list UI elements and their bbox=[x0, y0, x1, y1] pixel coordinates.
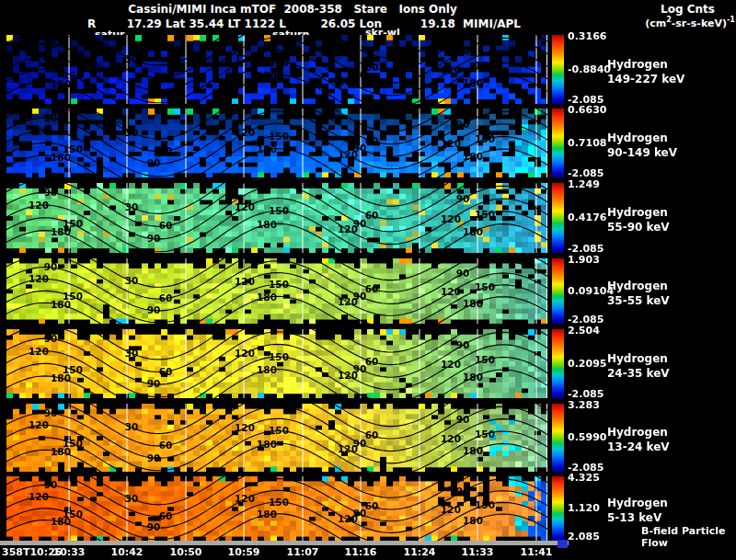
energy-range-label: 35-55 keV bbox=[607, 293, 670, 308]
contour-label: 120 bbox=[235, 127, 255, 138]
species-label: Hydrogen bbox=[607, 279, 670, 293]
contour-overlay-7: 3060609090909012012012012015015015018018… bbox=[6, 476, 547, 541]
contour-label: 30 bbox=[125, 53, 139, 64]
contour-label: 180 bbox=[257, 291, 277, 303]
contour-label: 60 bbox=[365, 283, 379, 294]
contour-label: 90 bbox=[147, 84, 161, 95]
colorbar-units: (cm2-sr-s-keV)-1 bbox=[644, 16, 736, 29]
contour-label: 180 bbox=[463, 226, 483, 237]
colorbar-max-label: 1.903 bbox=[568, 254, 600, 266]
contour-label: 90 bbox=[44, 39, 58, 50]
contour-label: 180 bbox=[257, 219, 277, 230]
colorbar-5 bbox=[552, 329, 564, 398]
species-label: Hydrogen bbox=[607, 131, 677, 145]
axis-endcap bbox=[558, 540, 568, 548]
species-label: Hydrogen bbox=[607, 496, 668, 510]
colorbar-max-label: 1.249 bbox=[568, 178, 600, 190]
energy-range-label: 24-35 keV bbox=[607, 366, 670, 381]
contour-label: 120 bbox=[338, 513, 358, 524]
contour-label: 90 bbox=[456, 486, 470, 497]
contour-label: 150 bbox=[475, 354, 495, 365]
contour-label: 60 bbox=[159, 366, 173, 377]
contour-label: 180 bbox=[463, 151, 483, 162]
spectrogram-panel-3: 3060609090909012012012012015015015018018… bbox=[6, 183, 547, 253]
channel-label-5: Hydrogen24-35 keV bbox=[607, 351, 670, 381]
contour-label: 150 bbox=[269, 131, 289, 142]
page-title: Cassini/MIMI Inca mTOF 2008-358 Stare Io… bbox=[0, 3, 585, 16]
contour-label: 180 bbox=[257, 439, 277, 450]
spectrogram-panel-6: 3060609090909012012012012015015015018018… bbox=[6, 404, 547, 472]
contour-label: 180 bbox=[257, 509, 277, 520]
contour-label: 180 bbox=[463, 77, 483, 88]
contour-label: 120 bbox=[29, 51, 49, 63]
contour-label: 150 bbox=[475, 281, 495, 292]
contour-label: 150 bbox=[269, 497, 289, 508]
bfield-flow-label: B-field Particle Flow bbox=[641, 525, 736, 549]
contour-label: 120 bbox=[235, 276, 255, 287]
species-label: Hydrogen bbox=[607, 57, 684, 72]
contour-label: 120 bbox=[235, 493, 255, 504]
contour-label: 120 bbox=[235, 53, 255, 64]
colorbar-max-label: 2.504 bbox=[568, 325, 600, 337]
time-tick-label: 10:33 bbox=[52, 546, 85, 558]
time-tick-label: 10:50 bbox=[169, 546, 201, 558]
contour-label: 90 bbox=[147, 452, 161, 463]
contour-label: 120 bbox=[441, 286, 461, 297]
contour-label: 150 bbox=[475, 60, 495, 71]
units-part2: -sr-s-keV) bbox=[672, 17, 727, 29]
contour-label: 150 bbox=[269, 351, 289, 362]
contour-label: 120 bbox=[338, 223, 358, 234]
contour-label: 150 bbox=[475, 209, 495, 220]
contour-label: 180 bbox=[51, 152, 71, 163]
colorbar-max-label: 4.325 bbox=[568, 472, 600, 484]
contour-label: 60 bbox=[159, 440, 173, 451]
channel-label-3: Hydrogen55-90 keV bbox=[607, 205, 670, 234]
contour-label: 90 bbox=[456, 119, 470, 130]
contour-label: 90 bbox=[44, 112, 58, 123]
colorbar-4 bbox=[552, 258, 564, 324]
units-sup2: -1 bbox=[727, 16, 735, 24]
contour-label: 120 bbox=[235, 201, 255, 212]
time-tick-label: 11:16 bbox=[344, 546, 376, 558]
energy-range-label: 13-24 keV bbox=[607, 440, 670, 454]
contour-label: 150 bbox=[269, 205, 289, 216]
time-tick-label: 11:41 bbox=[520, 546, 552, 558]
contour-label: 180 bbox=[257, 143, 277, 154]
contour-label: 120 bbox=[29, 200, 49, 211]
contour-label: 120 bbox=[338, 149, 358, 160]
contour-label: 150 bbox=[269, 57, 289, 68]
contour-label: 120 bbox=[235, 422, 255, 433]
contour-label: 30 bbox=[125, 348, 139, 359]
contour-label: 30 bbox=[125, 421, 139, 432]
contour-label: 90 bbox=[147, 157, 161, 168]
contour-label: 120 bbox=[441, 138, 461, 149]
contour-label: 60 bbox=[159, 220, 173, 231]
colorbar-title: Log Cnts bbox=[644, 3, 731, 16]
contour-label: 180 bbox=[257, 70, 277, 81]
contour-label: 180 bbox=[463, 515, 483, 526]
contour-label: 60 bbox=[159, 292, 173, 303]
contour-label: 30 bbox=[125, 275, 139, 286]
colorbar-mid-label: -0.8840 bbox=[568, 63, 611, 75]
contour-label: 60 bbox=[365, 356, 379, 367]
contour-label: 150 bbox=[475, 429, 495, 440]
contour-label: 180 bbox=[51, 299, 71, 310]
energy-range-label: 5-13 keV bbox=[607, 510, 668, 525]
contour-label: 120 bbox=[441, 504, 461, 515]
time-tick-label: 11:07 bbox=[286, 546, 318, 558]
contour-label: 120 bbox=[441, 64, 461, 75]
contour-label: 180 bbox=[463, 298, 483, 309]
spectrogram-panel-5: 3060609090909012012012012015015015018018… bbox=[6, 329, 547, 398]
contour-label: 150 bbox=[269, 279, 289, 290]
contour-label: 120 bbox=[441, 213, 461, 224]
time-axis-bar bbox=[0, 541, 569, 545]
units-part1: (cm bbox=[645, 17, 666, 29]
contour-label: 30 bbox=[125, 127, 139, 138]
contour-label: 60 bbox=[159, 510, 173, 521]
spectrogram-panel-4: 3060609090909012012012012015015015018018… bbox=[6, 258, 547, 324]
colorbar-7 bbox=[552, 476, 564, 541]
species-label: Hydrogen bbox=[607, 351, 670, 366]
contour-label: 60 bbox=[159, 72, 173, 83]
contour-label: 150 bbox=[475, 499, 495, 510]
colorbar-min-label: 2.085 bbox=[568, 531, 600, 543]
